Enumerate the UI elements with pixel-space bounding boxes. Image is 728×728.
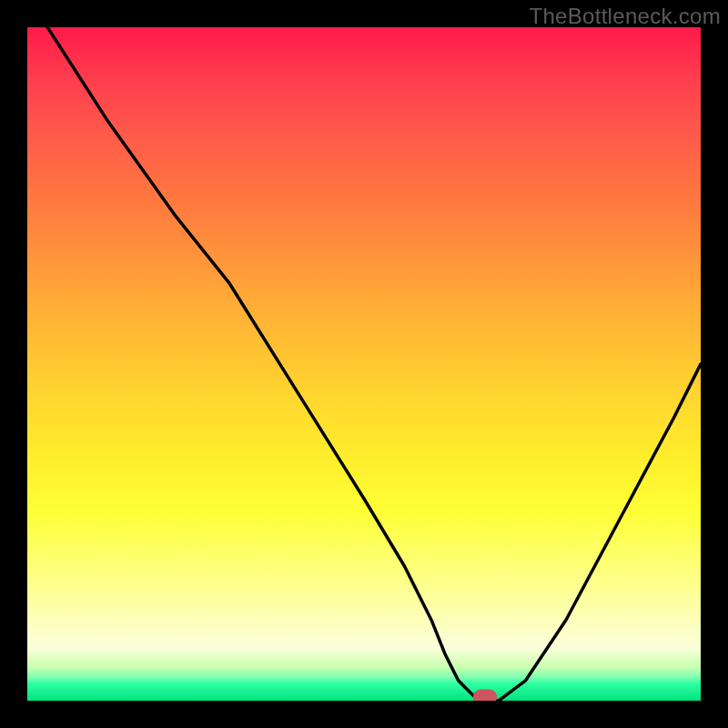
plot-area (27, 27, 701, 701)
optimal-point-marker (473, 690, 497, 702)
curve-path (47, 27, 701, 701)
bottleneck-curve (27, 27, 701, 701)
watermark-text: TheBottleneck.com (529, 4, 721, 29)
chart-frame: TheBottleneck.com (0, 0, 728, 728)
